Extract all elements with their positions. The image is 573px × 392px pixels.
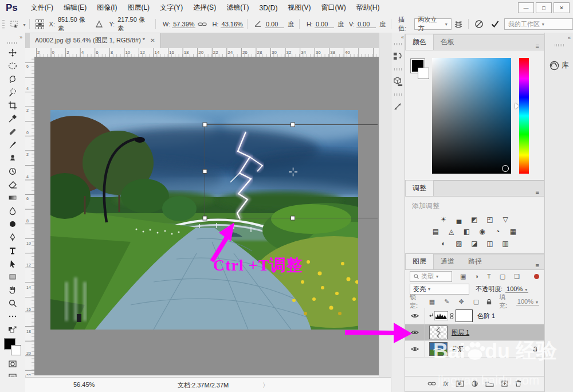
h-value[interactable]: 43.16%	[221, 21, 244, 28]
blur-tool[interactable]	[6, 205, 19, 217]
invert-icon[interactable]: ◐	[438, 240, 449, 248]
vibrance-icon[interactable]: ▽	[500, 215, 511, 224]
exposure-icon[interactable]: ◰	[485, 215, 495, 224]
marquee-tool[interactable]	[6, 60, 19, 72]
new-group-icon[interactable]	[485, 381, 494, 387]
posterize-icon[interactable]: ▨	[454, 240, 464, 248]
menu-item[interactable]: 文件(F)	[26, 3, 58, 13]
spot-healing-tool[interactable]	[6, 126, 19, 138]
libraries-panel-button[interactable]: 库	[545, 60, 573, 70]
tab-adjustments[interactable]: 调整	[405, 180, 434, 196]
expand-dock-icon[interactable]: «	[391, 33, 405, 40]
photo-document[interactable]	[50, 110, 358, 330]
panel-menu-icon[interactable]: ≡	[536, 45, 539, 47]
hue-slider-handle[interactable]	[515, 103, 519, 109]
menu-item[interactable]: 滤镜(T)	[221, 3, 254, 13]
layer-row-levels[interactable]: 色阶 1	[405, 308, 544, 324]
lasso-tool[interactable]	[6, 73, 19, 85]
menu-item[interactable]: 选择(S)	[188, 3, 221, 13]
zoom-level[interactable]: 56.45%	[73, 381, 95, 388]
commit-transform-icon[interactable]	[488, 18, 502, 30]
lock-paint-icon[interactable]: ✎	[444, 298, 449, 305]
tab-layers[interactable]: 图层	[405, 253, 434, 269]
layer-thumbnail[interactable]	[429, 326, 448, 339]
threshold-icon[interactable]: ◪	[469, 240, 480, 248]
quick-mask-button[interactable]	[6, 358, 19, 370]
crop-tool[interactable]	[6, 99, 19, 112]
visibility-eye-icon[interactable]	[405, 308, 425, 324]
curves-icon[interactable]: ◩	[469, 215, 480, 224]
warp-mode-icon[interactable]	[452, 18, 465, 30]
background-thumbnail[interactable]	[429, 342, 448, 356]
gradient-map-icon[interactable]: ▥	[500, 240, 511, 248]
collapse-tools-icon[interactable]: »	[0, 33, 25, 40]
foreground-background-swatches[interactable]	[4, 338, 21, 355]
layer-style-icon[interactable]: fx	[444, 380, 449, 387]
delete-layer-icon[interactable]	[515, 380, 521, 387]
dodge-tool[interactable]	[6, 218, 19, 230]
tab-channels[interactable]: 通道	[434, 254, 461, 269]
lock-all-icon[interactable]	[486, 299, 492, 305]
new-layer-icon[interactable]	[501, 381, 508, 387]
document-tab[interactable]: A0002.jpg @ 56.4% (图层 1, RGB/8#) * ✕	[30, 33, 161, 48]
mask-link-icon[interactable]	[450, 312, 454, 320]
filter-shape-layers-icon[interactable]: ▢	[500, 273, 505, 280]
hand-tool[interactable]	[6, 284, 19, 296]
brush-tool[interactable]	[6, 139, 19, 151]
add-mask-icon[interactable]	[456, 381, 464, 387]
lock-transparent-icon[interactable]: ▦	[429, 298, 435, 305]
link-dimensions-icon[interactable]	[195, 18, 209, 30]
tab-color[interactable]: 颜色	[405, 34, 434, 50]
layer-row-background[interactable]: 背景	[405, 341, 544, 358]
lock-position-icon[interactable]: ✥	[458, 298, 464, 305]
reference-point-locator[interactable]	[36, 19, 44, 29]
hue-slider-bar[interactable]	[519, 58, 529, 174]
y-value[interactable]: 217.50 像素	[116, 15, 152, 33]
status-chevron-icon[interactable]: 〉	[262, 381, 269, 390]
menu-item[interactable]: 帮助(H)	[351, 3, 385, 13]
visibility-eye-icon[interactable]	[405, 341, 425, 357]
color-balance-icon[interactable]: ◬	[446, 228, 457, 236]
tab-swatches[interactable]: 色板	[434, 34, 461, 50]
shape-tool[interactable]	[6, 271, 19, 283]
layer-name[interactable]: 图层 1	[452, 328, 469, 337]
filter-smart-objects-icon[interactable]: ❑	[514, 273, 520, 280]
type-tool[interactable]	[6, 244, 19, 257]
clone-stamp-tool[interactable]	[6, 152, 19, 164]
history-icon[interactable]	[391, 49, 404, 64]
expand-libraries-icon[interactable]: «	[545, 33, 573, 41]
menu-item[interactable]: 3D(D)	[254, 4, 282, 12]
color-lookup-icon[interactable]: ▦	[508, 228, 519, 236]
menu-item[interactable]: 视图(V)	[282, 3, 316, 13]
color-field[interactable]	[432, 58, 511, 174]
brightness-contrast-icon[interactable]: ☀	[438, 215, 449, 224]
menu-item[interactable]: 图层(L)	[122, 3, 155, 13]
layer-filter-select[interactable]: 类型	[410, 271, 452, 282]
menu-item[interactable]: 编辑(E)	[58, 3, 92, 13]
levels-icon[interactable]: ▄	[454, 215, 464, 224]
opacity-value[interactable]: 100%	[505, 285, 528, 293]
selective-color-icon[interactable]: ◫	[485, 240, 495, 248]
menu-item[interactable]: 文字(Y)	[155, 3, 188, 13]
vskew-value[interactable]: 0.00	[356, 21, 376, 28]
angle-value[interactable]: 0.00	[265, 21, 284, 28]
delta-icon[interactable]	[92, 18, 106, 30]
new-adjustment-icon[interactable]	[472, 381, 478, 387]
move-tool[interactable]	[6, 46, 19, 59]
channel-mixer-icon[interactable]: ◔	[493, 228, 503, 236]
background-color[interactable]	[11, 345, 21, 355]
visibility-eye-icon[interactable]	[405, 324, 425, 340]
layer-row-layer1[interactable]: 图层 1	[405, 324, 544, 341]
hue-saturation-icon[interactable]: ▤	[431, 228, 441, 236]
cancel-transform-icon[interactable]	[472, 18, 486, 30]
panel-menu-icon[interactable]: ≡	[536, 264, 539, 266]
path-select-tool[interactable]	[6, 257, 19, 270]
close-button[interactable]: ✕	[554, 2, 570, 13]
gradient-tool[interactable]	[6, 191, 19, 204]
pen-tool[interactable]	[6, 231, 19, 244]
workspace-select[interactable]: 我的工作区	[504, 18, 573, 30]
maximize-button[interactable]: □	[536, 2, 552, 13]
menu-item[interactable]: 窗口(W)	[316, 3, 351, 13]
swap-colors-icon[interactable]	[6, 323, 19, 336]
more-tools-icon[interactable]	[6, 310, 19, 323]
